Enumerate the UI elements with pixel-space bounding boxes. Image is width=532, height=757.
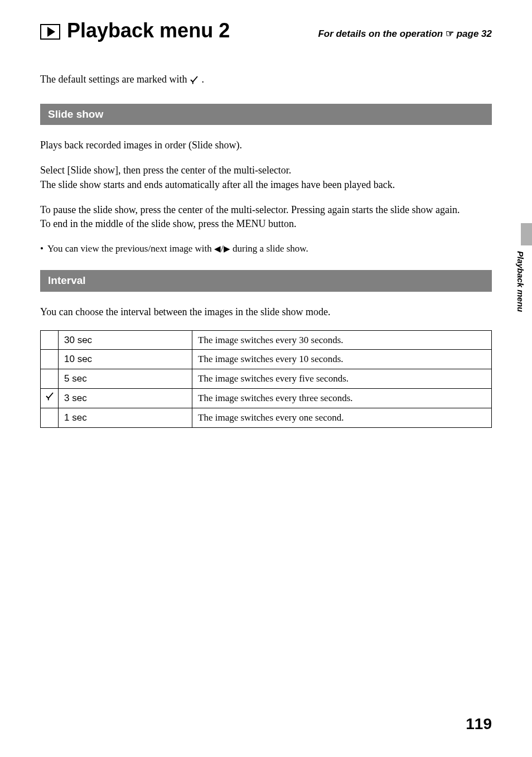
default-marker-cell (41, 389, 59, 408)
header-link-suffix: page 32 (454, 28, 492, 39)
option-cell: 1 sec (59, 408, 192, 427)
table-row: 30 sec The image switches every 30 secon… (41, 330, 492, 350)
left-arrow-icon: ◀ (214, 243, 221, 255)
play-triangle-icon (47, 27, 55, 37)
default-marker-cell (41, 330, 59, 350)
side-tab-marker (521, 223, 532, 245)
side-section-label: Playback menu (515, 251, 526, 312)
page-header: Playback menu 2 For details on the opera… (40, 17, 492, 45)
pointing-hand-icon: ☞ (446, 27, 454, 41)
body-text: Select [Slide show], then press the cent… (40, 163, 492, 177)
description-cell: The image switches every five seconds. (192, 369, 492, 389)
intro-before: The default settings are marked with (40, 73, 187, 86)
table-row: 5 sec The image switches every five seco… (41, 369, 492, 389)
playback-icon (40, 24, 60, 40)
intro-text: The default settings are marked with . (40, 73, 492, 86)
checkmark-icon (45, 391, 55, 401)
default-marker-cell (41, 350, 59, 369)
bullet-text-before: You can view the previous/next image wit… (47, 243, 214, 254)
description-cell: The image switches every three seconds. (192, 389, 492, 408)
body-text: To end in the middle of the slide show, … (40, 217, 492, 231)
slideshow-para-1: Plays back recorded images in order (Sli… (40, 138, 492, 152)
option-cell: 3 sec (59, 389, 192, 408)
option-cell: 10 sec (59, 350, 192, 369)
default-marker-cell (41, 369, 59, 389)
description-cell: The image switches every one second. (192, 408, 492, 427)
section-heading-slideshow: Slide show (40, 104, 492, 126)
table-row: 3 sec The image switches every three sec… (41, 389, 492, 408)
description-cell: The image switches every 30 seconds. (192, 330, 492, 350)
interval-table: 30 sec The image switches every 30 secon… (40, 330, 492, 428)
body-text: Plays back recorded images in order (Sli… (40, 138, 492, 152)
page-number: 119 (466, 713, 492, 735)
header-cross-reference: For details on the operation ☞ page 32 (318, 27, 492, 41)
interval-para: You can choose the interval between the … (40, 305, 492, 319)
body-text: You can choose the interval between the … (40, 305, 492, 319)
intro-after: . (201, 73, 204, 86)
table-row: 1 sec The image switches every one secon… (41, 408, 492, 427)
table-row: 10 sec The image switches every 10 secon… (41, 350, 492, 369)
option-cell: 5 sec (59, 369, 192, 389)
right-arrow-icon: ▶ (224, 243, 230, 255)
slideshow-note: • You can view the previous/next image w… (40, 242, 492, 255)
description-cell: The image switches every 10 seconds. (192, 350, 492, 369)
option-cell: 30 sec (59, 330, 192, 350)
slideshow-para-2: Select [Slide show], then press the cent… (40, 163, 492, 191)
body-text: The slide show starts and ends automatic… (40, 178, 492, 192)
section-heading-interval: Interval (40, 270, 492, 292)
default-marker-cell (41, 408, 59, 427)
checkmark-icon (189, 75, 199, 85)
title-group: Playback menu 2 (40, 17, 230, 45)
page-title: Playback menu 2 (67, 17, 230, 45)
body-text: To pause the slide show, press the cente… (40, 203, 492, 217)
bullet-icon: • (40, 242, 43, 255)
bullet-text-after: during a slide show. (230, 243, 308, 254)
header-link-prefix: For details on the operation (318, 28, 446, 39)
slideshow-para-3: To pause the slide show, press the cente… (40, 203, 492, 231)
